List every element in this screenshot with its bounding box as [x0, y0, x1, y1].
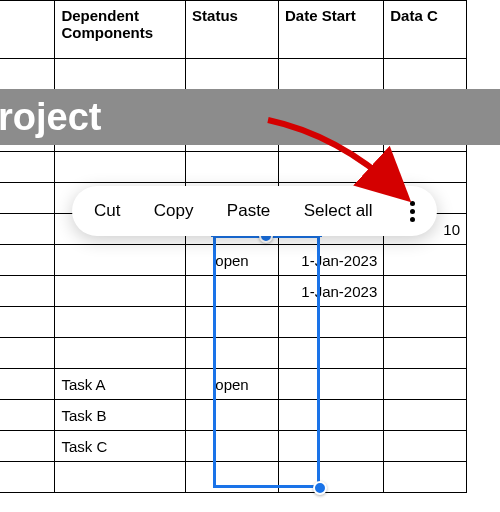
table-row[interactable]: Task C: [0, 431, 467, 462]
more-options-icon[interactable]: [406, 197, 419, 226]
paste-button[interactable]: Paste: [227, 201, 270, 221]
project-title-banner: roject: [0, 89, 500, 145]
table-row[interactable]: 1-Jan-2023: [0, 276, 467, 307]
cell-status: open: [186, 369, 279, 400]
cell-date: 1-Jan-2023: [278, 276, 383, 307]
select-all-button[interactable]: Select all: [304, 201, 373, 221]
copy-button[interactable]: Copy: [154, 201, 194, 221]
table-row[interactable]: Task B: [0, 400, 467, 431]
header-data-c[interactable]: Data C: [384, 1, 467, 59]
table-row[interactable]: [0, 338, 467, 369]
spreadsheet-grid[interactable]: sk Dependent Components Status Date Star…: [0, 0, 467, 493]
cell-date: 1-Jan-2023: [278, 245, 383, 276]
cell-dependent: Task A: [55, 369, 186, 400]
cell-status: open: [186, 245, 279, 276]
table-row[interactable]: [0, 462, 467, 493]
header-task[interactable]: sk: [0, 1, 55, 59]
header-row: sk Dependent Components Status Date Star…: [0, 1, 467, 59]
header-date-start[interactable]: Date Start: [278, 1, 383, 59]
header-dependent-components[interactable]: Dependent Components: [55, 1, 186, 59]
cut-button[interactable]: Cut: [94, 201, 120, 221]
header-status[interactable]: Status: [186, 1, 279, 59]
table-row[interactable]: [0, 59, 467, 90]
table-row[interactable]: open1-Jan-2023: [0, 245, 467, 276]
context-menu: Cut Copy Paste Select all: [72, 186, 437, 236]
cell-dependent: Task C: [55, 431, 186, 462]
project-title-text: roject: [0, 96, 101, 139]
table-row[interactable]: Task Aopen: [0, 369, 467, 400]
table-row[interactable]: [0, 152, 467, 183]
table-row[interactable]: [0, 307, 467, 338]
cell-dependent: Task B: [55, 400, 186, 431]
